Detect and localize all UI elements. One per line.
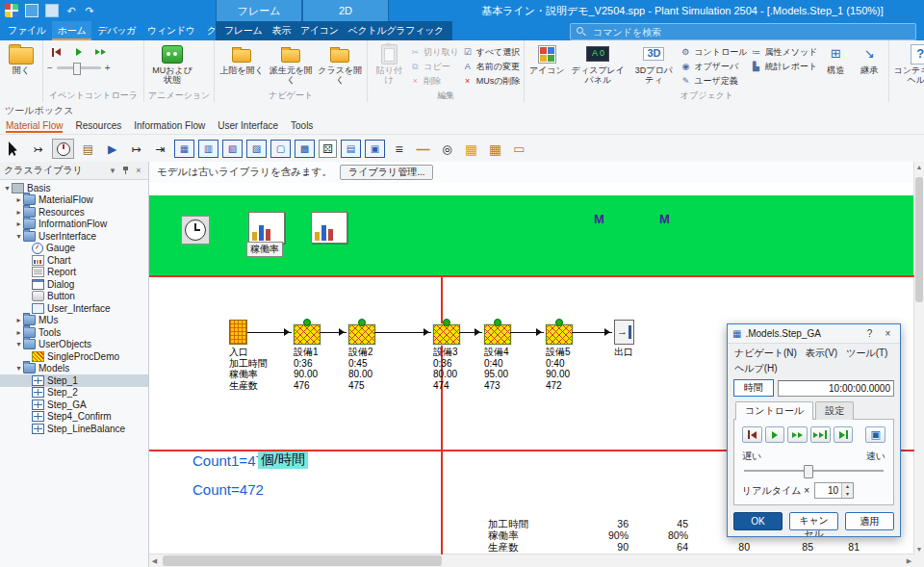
toolbox-tab-information-flow[interactable]: Information Flow [134,120,205,131]
scroll-up-arrow[interactable]: ▲ [914,162,924,172]
speed-slider[interactable]: − + [47,63,111,73]
dialog-tab-control[interactable]: コントロール [735,401,813,420]
expander-icon[interactable] [14,208,23,217]
source-station[interactable]: 入口 加工時間 稼働率 生産数 [229,319,289,391]
context-tab-vector-graphics[interactable]: ベクトルグラフィック [344,21,449,40]
context-tab-frame[interactable]: フレーム [219,21,268,40]
cut-button[interactable]: ✂ 切り取り [409,45,458,59]
connector-arrow[interactable] [510,332,544,333]
drain-icon[interactable]: ⇥ [150,140,170,158]
open-parent-button[interactable]: 上階を開く [218,43,265,76]
speed-minus-button[interactable]: − [47,63,53,73]
spinner-up-arrow[interactable]: ▴ [842,483,853,491]
save-icon[interactable] [45,4,59,17]
expander-icon[interactable] [14,328,23,337]
inheritance-button[interactable]: ↘ 継承 [854,43,885,76]
dialog-help-button[interactable]: ? [862,328,877,339]
cursor-icon[interactable] [4,140,24,158]
cancel-button[interactable]: キャンセル [789,512,838,530]
horizontal-scrollbar[interactable]: ◀ ▶ [149,554,914,567]
spinner-down-arrow[interactable]: ▾ [842,491,853,499]
dialog-speed-slider[interactable] [744,464,884,477]
dialog-titlebar[interactable]: ▦ .Models.Step_GA ? × [728,324,900,344]
transfer-station-icon[interactable]: ▢ [270,140,291,158]
vertical-scroll-thumb[interactable] [915,177,923,302]
delete-mus-button[interactable]: × MUsの削除 [462,74,521,88]
speed-plus-button[interactable]: + [105,63,111,73]
display-panel-button[interactable]: ディスプレイパネル [568,43,628,85]
fast-forward-end-button[interactable] [810,426,831,443]
context-tab-icons[interactable]: アイコン [295,21,344,40]
event-controller-icon[interactable] [181,216,210,245]
redo-icon[interactable]: ↷ [84,5,95,16]
expander-icon[interactable] [14,340,23,348]
assembly-station-icon[interactable]: ▧ [222,140,243,158]
pin-icon[interactable] [122,166,129,175]
reset-button[interactable] [742,426,762,443]
observer-button[interactable]: ◉ オブザーバ [680,60,747,73]
single-proc-icon[interactable]: ▦ [174,140,194,158]
start-button[interactable] [69,45,88,59]
rename-button[interactable]: A 名前の変更 [462,60,521,73]
station-4[interactable]: 設備4 0:40 95.00 473 [484,319,544,391]
delete-button[interactable]: × 削除 [409,74,458,88]
menu-help[interactable]: ヘルプ(H) [734,362,778,375]
open-class-button[interactable]: クラスを開く [317,43,363,85]
station-2[interactable]: 設備2 0:45 80.00 475 [348,319,408,391]
statistics-report-button[interactable]: ▙ 統計レポート [750,60,817,73]
start-button[interactable] [765,426,785,443]
tree-item-userobjects[interactable]: UserObjects [0,339,148,351]
event-controller-dialog[interactable]: ▦ .Models.Step_GA ? × ナビゲート(N)表示(V)ツール(T… [727,323,901,537]
command-search[interactable] [570,23,916,40]
connector-arrow[interactable] [374,332,431,333]
connector-arrow[interactable] [320,332,346,333]
reset-button[interactable] [47,45,65,59]
context-tab-view[interactable]: 表示 [268,21,295,40]
slider-track[interactable] [744,470,884,472]
dialog-close-button[interactable]: × [881,328,895,339]
doc-tab-frame[interactable]: フレーム [216,0,302,21]
chart-icon[interactable] [311,212,347,244]
select-all-button[interactable]: ☑ すべて選択 [462,45,521,59]
tree-item-chart[interactable]: Chart [0,254,148,267]
menu-tools[interactable]: ツール(T) [846,347,887,360]
user-defined-button[interactable]: ✎ ユーザ定義 [680,74,747,88]
mu-icon[interactable]: M [659,212,670,226]
tab-home[interactable]: ホーム [52,21,92,40]
mu-icon[interactable]: M [594,212,604,226]
tree-item-dialog[interactable]: Dialog [0,278,148,291]
store-icon[interactable]: ▦ [461,140,481,158]
dialog-tab-settings[interactable]: 設定 [815,401,854,420]
cycle-icon[interactable]: ◎ [437,140,457,158]
attributes-methods-button[interactable]: ≔ 属性メソッド [750,45,817,59]
dice-icon[interactable]: ⚄ [319,140,337,158]
expander-icon[interactable] [14,195,23,204]
tree-item-step4-confirm[interactable]: Step4_Confirm [0,411,148,424]
utilization-chart-icon[interactable] [248,212,285,244]
stop-button[interactable]: ▣ [865,426,886,443]
open-origin-button[interactable]: 派生元を開く [268,43,314,85]
expander-icon[interactable] [3,184,12,193]
tree-item-button[interactable]: Button [0,291,148,303]
horizontal-scroll-thumb[interactable] [163,555,442,566]
tree-item-models[interactable]: Models [0,363,148,375]
fast-forward-button[interactable] [91,45,110,59]
speed-slider-thumb[interactable] [73,63,81,75]
context-help-button[interactable]: コンテキストヘルプ [893,43,924,85]
line-icon[interactable]: — [413,140,433,158]
paste-button[interactable]: 貼り付け [372,43,406,85]
time-field[interactable]: 10:00:00.0000 [778,380,894,397]
fast-forward-button[interactable] [787,426,808,443]
tree-item-report[interactable]: Report [0,267,148,279]
parallel-proc-icon[interactable]: ▥ [198,140,218,158]
expander-icon[interactable] [14,219,23,228]
tree-item-gauge[interactable]: Gauge [0,243,148,255]
speed-slider-track[interactable] [57,66,101,69]
connector-arrow[interactable] [247,332,292,333]
realtime-value[interactable]: 10 [815,483,841,498]
connector-arrow[interactable] [459,332,482,333]
connector-icon[interactable]: ↣ [28,140,48,158]
structure-button[interactable]: ⊞ 構造 [820,43,851,76]
tab-debugger[interactable]: デバッガ [91,21,141,40]
tree-item-step-ga[interactable]: Step_GA [0,399,148,411]
